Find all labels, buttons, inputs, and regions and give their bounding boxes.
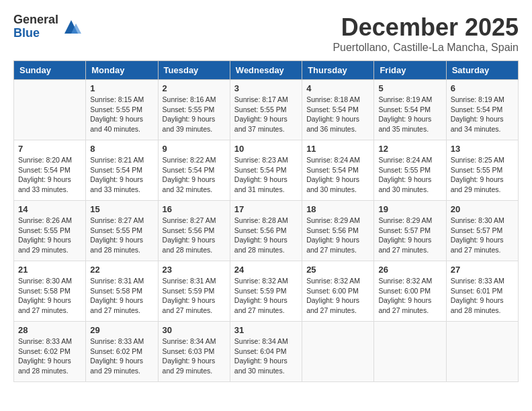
header: General Blue December 2025 Puertollano, … bbox=[13, 13, 519, 54]
day-number: 13 bbox=[451, 144, 514, 154]
calendar-cell: 28Sunrise: 8:33 AM Sunset: 6:02 PM Dayli… bbox=[14, 322, 86, 382]
calendar-week-row: 14Sunrise: 8:26 AM Sunset: 5:55 PM Dayli… bbox=[14, 201, 519, 261]
day-number: 6 bbox=[451, 83, 514, 93]
day-info: Sunrise: 8:32 AM Sunset: 6:00 PM Dayligh… bbox=[306, 276, 369, 316]
day-number: 8 bbox=[90, 144, 153, 154]
day-info: Sunrise: 8:30 AM Sunset: 5:57 PM Dayligh… bbox=[451, 216, 514, 255]
day-info: Sunrise: 8:24 AM Sunset: 5:55 PM Dayligh… bbox=[378, 155, 441, 195]
day-number: 28 bbox=[18, 325, 81, 335]
day-number: 11 bbox=[306, 144, 369, 154]
calendar-header: SundayMondayTuesdayWednesdayThursdayFrid… bbox=[14, 61, 519, 80]
calendar-cell: 3Sunrise: 8:17 AM Sunset: 5:55 PM Daylig… bbox=[230, 80, 302, 140]
calendar-week-row: 7Sunrise: 8:20 AM Sunset: 5:54 PM Daylig… bbox=[14, 140, 519, 201]
calendar-cell: 30Sunrise: 8:34 AM Sunset: 6:03 PM Dayli… bbox=[158, 322, 230, 382]
day-number: 24 bbox=[234, 265, 298, 275]
logo-blue: Blue bbox=[13, 27, 58, 40]
location-title: Puertollano, Castille-La Mancha, Spain bbox=[332, 42, 519, 54]
day-number: 14 bbox=[18, 204, 81, 214]
day-number: 22 bbox=[90, 265, 153, 275]
day-info: Sunrise: 8:21 AM Sunset: 5:54 PM Dayligh… bbox=[90, 155, 153, 195]
day-info: Sunrise: 8:31 AM Sunset: 5:58 PM Dayligh… bbox=[90, 276, 153, 316]
calendar-cell: 15Sunrise: 8:27 AM Sunset: 5:55 PM Dayli… bbox=[86, 201, 158, 261]
day-number: 7 bbox=[18, 144, 81, 154]
day-info: Sunrise: 8:27 AM Sunset: 5:55 PM Dayligh… bbox=[90, 216, 153, 255]
calendar-cell bbox=[14, 80, 86, 140]
calendar-cell: 25Sunrise: 8:32 AM Sunset: 6:00 PM Dayli… bbox=[302, 261, 374, 322]
weekday-header-thursday: Thursday bbox=[302, 61, 374, 80]
calendar-cell: 8Sunrise: 8:21 AM Sunset: 5:54 PM Daylig… bbox=[86, 140, 158, 201]
day-info: Sunrise: 8:24 AM Sunset: 5:54 PM Dayligh… bbox=[306, 155, 369, 195]
day-number: 26 bbox=[378, 265, 441, 275]
day-number: 2 bbox=[163, 83, 226, 93]
calendar-cell: 7Sunrise: 8:20 AM Sunset: 5:54 PM Daylig… bbox=[14, 140, 86, 201]
weekday-header-tuesday: Tuesday bbox=[158, 61, 230, 80]
day-number: 16 bbox=[163, 204, 226, 214]
day-number: 30 bbox=[163, 325, 226, 335]
day-number: 4 bbox=[306, 83, 369, 93]
weekday-header-wednesday: Wednesday bbox=[230, 61, 302, 80]
day-number: 21 bbox=[18, 265, 81, 275]
day-info: Sunrise: 8:19 AM Sunset: 5:54 PM Dayligh… bbox=[451, 95, 514, 134]
calendar-week-row: 21Sunrise: 8:30 AM Sunset: 5:58 PM Dayli… bbox=[14, 261, 519, 322]
weekday-header-friday: Friday bbox=[374, 61, 446, 80]
month-title: December 2025 bbox=[332, 13, 519, 42]
calendar-cell: 19Sunrise: 8:29 AM Sunset: 5:57 PM Dayli… bbox=[374, 201, 446, 261]
logo: General Blue bbox=[13, 13, 81, 40]
day-info: Sunrise: 8:31 AM Sunset: 5:59 PM Dayligh… bbox=[163, 276, 226, 316]
day-number: 29 bbox=[90, 325, 153, 335]
day-info: Sunrise: 8:34 AM Sunset: 6:04 PM Dayligh… bbox=[234, 336, 298, 376]
day-info: Sunrise: 8:32 AM Sunset: 5:59 PM Dayligh… bbox=[234, 276, 298, 316]
calendar-cell: 13Sunrise: 8:25 AM Sunset: 5:55 PM Dayli… bbox=[446, 140, 518, 201]
calendar-cell: 6Sunrise: 8:19 AM Sunset: 5:54 PM Daylig… bbox=[446, 80, 518, 140]
calendar-cell: 18Sunrise: 8:29 AM Sunset: 5:56 PM Dayli… bbox=[302, 201, 374, 261]
weekday-header-sunday: Sunday bbox=[14, 61, 86, 80]
calendar-body: 1Sunrise: 8:15 AM Sunset: 5:55 PM Daylig… bbox=[14, 80, 519, 382]
day-number: 15 bbox=[90, 204, 153, 214]
calendar-cell: 5Sunrise: 8:19 AM Sunset: 5:54 PM Daylig… bbox=[374, 80, 446, 140]
day-info: Sunrise: 8:33 AM Sunset: 6:01 PM Dayligh… bbox=[451, 276, 514, 316]
calendar-cell: 29Sunrise: 8:33 AM Sunset: 6:02 PM Dayli… bbox=[86, 322, 158, 382]
day-info: Sunrise: 8:25 AM Sunset: 5:55 PM Dayligh… bbox=[451, 155, 514, 195]
day-info: Sunrise: 8:19 AM Sunset: 5:54 PM Dayligh… bbox=[378, 95, 441, 134]
day-number: 31 bbox=[234, 325, 298, 335]
logo-icon bbox=[61, 17, 81, 37]
calendar-cell: 11Sunrise: 8:24 AM Sunset: 5:54 PM Dayli… bbox=[302, 140, 374, 201]
calendar-cell bbox=[374, 322, 446, 382]
calendar-cell: 23Sunrise: 8:31 AM Sunset: 5:59 PM Dayli… bbox=[158, 261, 230, 322]
calendar-cell: 16Sunrise: 8:27 AM Sunset: 5:56 PM Dayli… bbox=[158, 201, 230, 261]
day-number: 9 bbox=[163, 144, 226, 154]
calendar-cell: 17Sunrise: 8:28 AM Sunset: 5:56 PM Dayli… bbox=[230, 201, 302, 261]
logo-general: General bbox=[13, 13, 58, 27]
calendar-cell: 27Sunrise: 8:33 AM Sunset: 6:01 PM Dayli… bbox=[446, 261, 518, 322]
day-info: Sunrise: 8:33 AM Sunset: 6:02 PM Dayligh… bbox=[18, 336, 81, 376]
day-number: 5 bbox=[378, 83, 441, 93]
calendar-cell: 14Sunrise: 8:26 AM Sunset: 5:55 PM Dayli… bbox=[14, 201, 86, 261]
day-number: 19 bbox=[378, 204, 441, 214]
calendar-cell: 4Sunrise: 8:18 AM Sunset: 5:54 PM Daylig… bbox=[302, 80, 374, 140]
day-info: Sunrise: 8:34 AM Sunset: 6:03 PM Dayligh… bbox=[163, 336, 226, 376]
calendar-cell: 26Sunrise: 8:32 AM Sunset: 6:00 PM Dayli… bbox=[374, 261, 446, 322]
day-number: 12 bbox=[378, 144, 441, 154]
day-info: Sunrise: 8:32 AM Sunset: 6:00 PM Dayligh… bbox=[378, 276, 441, 316]
title-area: December 2025 Puertollano, Castille-La M… bbox=[332, 13, 519, 54]
day-info: Sunrise: 8:15 AM Sunset: 5:55 PM Dayligh… bbox=[90, 95, 153, 134]
day-info: Sunrise: 8:26 AM Sunset: 5:55 PM Dayligh… bbox=[18, 216, 81, 255]
calendar-cell bbox=[446, 322, 518, 382]
day-info: Sunrise: 8:29 AM Sunset: 5:57 PM Dayligh… bbox=[378, 216, 441, 255]
day-number: 20 bbox=[451, 204, 514, 214]
day-info: Sunrise: 8:33 AM Sunset: 6:02 PM Dayligh… bbox=[90, 336, 153, 376]
calendar-cell: 31Sunrise: 8:34 AM Sunset: 6:04 PM Dayli… bbox=[230, 322, 302, 382]
day-info: Sunrise: 8:30 AM Sunset: 5:58 PM Dayligh… bbox=[18, 276, 81, 316]
weekday-header-monday: Monday bbox=[86, 61, 158, 80]
weekday-header-row: SundayMondayTuesdayWednesdayThursdayFrid… bbox=[14, 61, 519, 80]
day-info: Sunrise: 8:20 AM Sunset: 5:54 PM Dayligh… bbox=[18, 155, 81, 195]
calendar-cell: 22Sunrise: 8:31 AM Sunset: 5:58 PM Dayli… bbox=[86, 261, 158, 322]
day-number: 17 bbox=[234, 204, 298, 214]
day-info: Sunrise: 8:22 AM Sunset: 5:54 PM Dayligh… bbox=[163, 155, 226, 195]
day-number: 3 bbox=[234, 83, 298, 93]
day-number: 25 bbox=[306, 265, 369, 275]
day-number: 23 bbox=[163, 265, 226, 275]
calendar-cell: 24Sunrise: 8:32 AM Sunset: 5:59 PM Dayli… bbox=[230, 261, 302, 322]
calendar-week-row: 1Sunrise: 8:15 AM Sunset: 5:55 PM Daylig… bbox=[14, 80, 519, 140]
day-info: Sunrise: 8:17 AM Sunset: 5:55 PM Dayligh… bbox=[234, 95, 298, 134]
